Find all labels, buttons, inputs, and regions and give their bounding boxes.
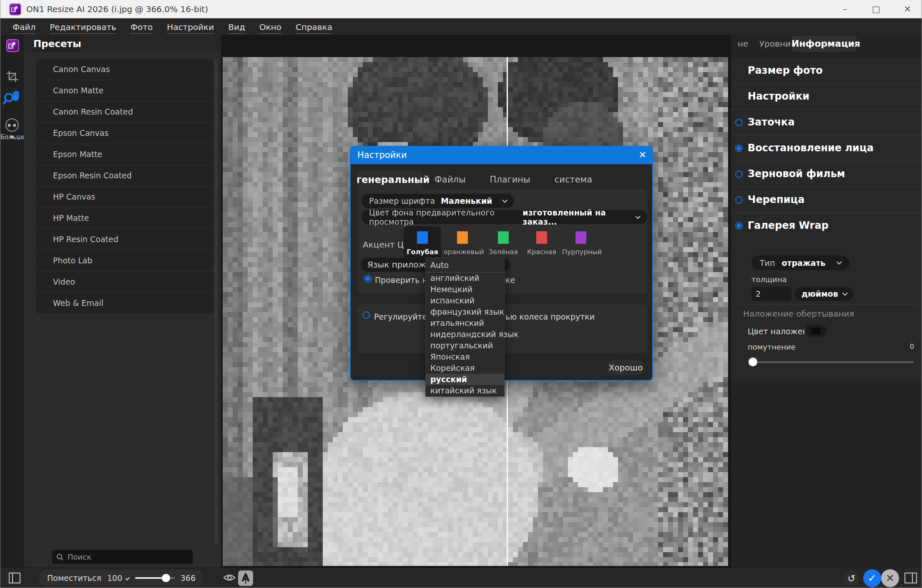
color-swatch bbox=[457, 231, 468, 244]
menu-view[interactable]: Вид bbox=[222, 20, 251, 33]
language-option-selected[interactable]: русский bbox=[426, 374, 504, 385]
preset-item[interactable]: Canon Matte bbox=[36, 80, 213, 101]
language-option[interactable]: Auto bbox=[426, 258, 504, 273]
preset-item[interactable]: Photo Lab bbox=[36, 250, 213, 271]
more-tools-icon[interactable]: ● ● ● bbox=[5, 118, 19, 132]
opacity-slider-knob[interactable] bbox=[749, 358, 757, 366]
section-photo-size[interactable]: Размер фото bbox=[731, 58, 922, 84]
thickness-label: толщина bbox=[751, 275, 786, 284]
menu-help[interactable]: Справка bbox=[289, 20, 339, 33]
face-recovery-radio[interactable] bbox=[735, 145, 743, 152]
language-option[interactable]: Японская bbox=[426, 351, 504, 363]
menu-edit[interactable]: Редактировать bbox=[43, 20, 123, 33]
wrap-type-dropdown[interactable]: Тип отражать bbox=[751, 255, 849, 270]
section-face-recovery[interactable]: Восстановление лица bbox=[731, 135, 922, 161]
preset-item[interactable]: Canon Canvas bbox=[36, 59, 213, 80]
zoom-pan-tool-icon[interactable] bbox=[3, 88, 21, 107]
check-updates-label-right: ке bbox=[505, 275, 515, 285]
color-swatch bbox=[536, 231, 547, 244]
fit-button[interactable]: Поместиться bbox=[47, 573, 101, 583]
language-option[interactable]: французкий язык bbox=[426, 306, 504, 318]
minimize-icon[interactable]: – bbox=[834, 3, 855, 16]
reset-icon[interactable]: ↺ bbox=[844, 570, 859, 586]
preset-item[interactable]: Video bbox=[36, 272, 213, 292]
settings-dialog: Настройки ✕ генеральный Файлы Плагины си… bbox=[350, 146, 653, 381]
presets-scrollbar[interactable] bbox=[215, 59, 217, 545]
preset-item[interactable]: HP Canvas bbox=[36, 187, 213, 207]
menu-photo[interactable]: Фото bbox=[124, 20, 159, 33]
preset-item[interactable]: HP Resin Coated bbox=[36, 229, 213, 250]
accent-swatch-green[interactable]: Зелёная bbox=[485, 226, 522, 260]
preset-item[interactable]: Epson Resin Coated bbox=[36, 165, 213, 186]
toggle-left-panel-icon[interactable] bbox=[9, 573, 20, 583]
section-sharpening[interactable]: Заточка bbox=[731, 110, 922, 135]
language-option[interactable]: Корейская bbox=[426, 363, 504, 374]
language-option[interactable]: португальский bbox=[426, 340, 504, 351]
preset-item[interactable]: HP Matte bbox=[36, 208, 213, 228]
section-film-grain[interactable]: Зерновой фильм bbox=[731, 161, 922, 187]
section-settings[interactable]: Настройки bbox=[731, 84, 922, 110]
cancel-x-icon[interactable]: ✕ bbox=[881, 569, 899, 587]
dialog-titlebar[interactable]: Настройки ✕ bbox=[350, 146, 653, 164]
accent-swatch-blue[interactable]: Голубая bbox=[404, 226, 441, 260]
preset-item[interactable]: Epson Canvas bbox=[36, 123, 213, 143]
tab-info[interactable]: Информация bbox=[791, 36, 857, 52]
close-icon[interactable]: ✕ bbox=[897, 3, 918, 16]
chevron-down-icon bbox=[842, 290, 848, 296]
language-option[interactable]: итальянский bbox=[426, 318, 504, 329]
language-option[interactable]: Немецкий bbox=[426, 284, 504, 295]
preset-item[interactable]: Epson Matte bbox=[36, 144, 213, 165]
tab-plugins[interactable]: Плагины bbox=[478, 175, 543, 185]
font-size-dropdown[interactable]: Размер шрифта Маленький bbox=[362, 194, 514, 208]
thickness-input[interactable]: 2 bbox=[751, 287, 791, 301]
film-grain-radio[interactable] bbox=[735, 170, 743, 178]
accent-swatch-purple[interactable]: Пурпурный bbox=[562, 226, 600, 260]
tiling-radio[interactable] bbox=[735, 196, 743, 204]
accent-swatch-red[interactable]: Красная bbox=[523, 226, 560, 260]
left-toolbar bbox=[0, 35, 24, 568]
zoom-value[interactable]: 100 bbox=[107, 573, 122, 583]
toggle-right-panel-icon[interactable] bbox=[904, 573, 917, 583]
maximize-icon[interactable]: □ bbox=[866, 3, 887, 16]
tab-levels[interactable]: Уровни bbox=[759, 39, 791, 49]
sharpening-radio[interactable] bbox=[735, 119, 743, 126]
unit-dropdown[interactable]: дюймов bbox=[795, 287, 854, 301]
tab-files[interactable]: Файлы bbox=[422, 175, 478, 185]
presets-panel: Canon Canvas Canon Matte Canon Resin Coa… bbox=[24, 52, 221, 568]
search-input[interactable]: Поиск bbox=[52, 550, 193, 564]
preview-eye-icon[interactable] bbox=[223, 573, 236, 583]
language-option[interactable]: китайский язык bbox=[426, 385, 504, 396]
menu-settings[interactable]: Настройки bbox=[161, 20, 220, 33]
dialog-close-icon[interactable]: ✕ bbox=[639, 146, 646, 164]
menu-file[interactable]: Файл bbox=[6, 20, 42, 33]
crop-tool-icon[interactable] bbox=[6, 70, 19, 85]
section-tiling[interactable]: Черепица bbox=[731, 187, 922, 213]
divider bbox=[736, 304, 917, 305]
soft-proof-icon[interactable]: A bbox=[238, 570, 253, 586]
language-option[interactable]: английский bbox=[426, 273, 504, 284]
language-option[interactable]: нидерландский язык bbox=[426, 329, 504, 340]
opacity-slider[interactable] bbox=[751, 361, 914, 363]
check-updates-radio[interactable] bbox=[364, 275, 372, 283]
menu-window[interactable]: Окно bbox=[253, 20, 288, 33]
presets-tab[interactable]: Пресеты bbox=[33, 35, 79, 52]
color-swatch bbox=[417, 231, 428, 244]
scroll-resize-radio[interactable] bbox=[362, 311, 370, 319]
preset-item[interactable]: Canon Resin Coated bbox=[36, 102, 213, 122]
ok-button[interactable]: Хорошо bbox=[607, 360, 645, 375]
zoom-slider-knob[interactable] bbox=[162, 574, 170, 582]
right-panel: не Уровни Информация Размер фото Настрой… bbox=[731, 35, 922, 568]
section-gallery-wrap[interactable]: Галерея Wrap bbox=[731, 213, 922, 239]
tab-system[interactable]: система bbox=[543, 175, 605, 185]
overlay-color-swatch[interactable] bbox=[805, 325, 827, 337]
preset-item[interactable]: Web & Email bbox=[36, 293, 213, 313]
tab-nav[interactable]: не bbox=[738, 39, 748, 49]
gallery-wrap-radio[interactable] bbox=[735, 222, 743, 230]
tab-general[interactable]: генеральный bbox=[357, 170, 422, 189]
preview-bg-dropdown[interactable]: Цвет фона предварительного просмотра изг… bbox=[362, 210, 647, 224]
resize-tool-icon[interactable] bbox=[6, 39, 19, 52]
accent-swatch-orange[interactable]: оранжевый bbox=[444, 226, 481, 260]
zoom-slider[interactable] bbox=[135, 577, 175, 579]
language-option[interactable]: испанский bbox=[426, 295, 504, 306]
apply-check-icon[interactable]: ✓ bbox=[863, 569, 881, 587]
